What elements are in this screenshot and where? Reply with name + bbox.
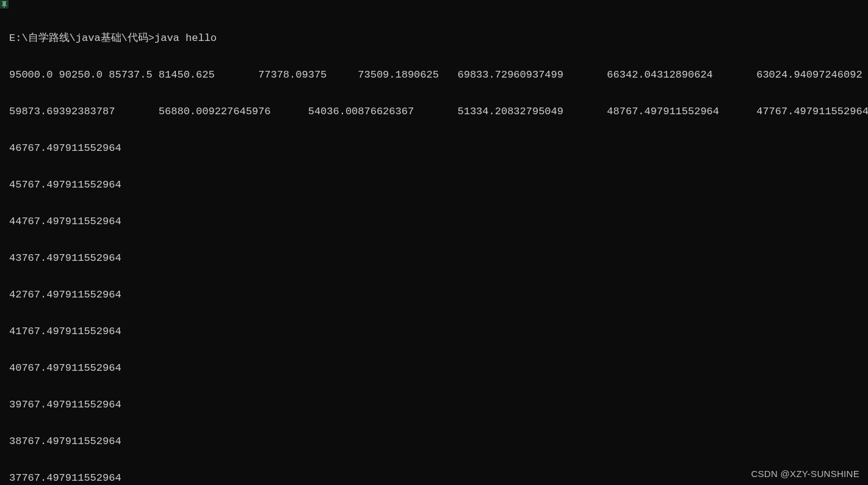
- output-line: 42767.497911552964: [9, 289, 868, 301]
- csdn-watermark: CSDN @XZY-SUNSHINE: [751, 468, 859, 480]
- command-prompt-line: E:\自学路线\java基础\代码>java hello: [9, 32, 868, 45]
- output-line: 44767.497911552964: [9, 216, 868, 228]
- output-line: 39767.497911552964: [9, 399, 868, 411]
- output-line: 41767.497911552964: [9, 326, 868, 338]
- output-line: 45767.497911552964: [9, 179, 868, 191]
- output-line: 95000.0 90250.0 85737.5 81450.625 77378.…: [9, 69, 868, 81]
- terminal-output[interactable]: E:\自学路线\java基础\代码>java hello 95000.0 902…: [9, 8, 868, 485]
- output-line: 43767.497911552964: [9, 252, 868, 264]
- pin-icon[interactable]: [0, 0, 9, 9]
- output-line: 38767.497911552964: [9, 436, 868, 448]
- output-line: 40767.497911552964: [9, 362, 868, 374]
- output-line: 46767.497911552964: [9, 142, 868, 155]
- svg-rect-1: [4, 6, 4, 8]
- output-line: 59873.69392383787 56880.009227645976 540…: [9, 106, 868, 118]
- output-line: 37767.497911552964: [9, 472, 868, 484]
